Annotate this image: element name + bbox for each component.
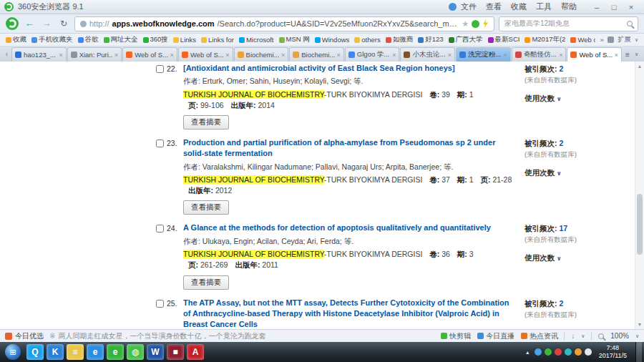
extensions-label[interactable]: 扩展	[618, 35, 631, 44]
browser-tab[interactable]: Glgoo 学...×	[345, 47, 400, 62]
view-abstract-button[interactable]: 查看摘要	[183, 200, 229, 215]
tab-close-icon[interactable]: ×	[281, 52, 285, 59]
result-title-link[interactable]: The ATP Assay, but not the MTT assay, De…	[183, 298, 509, 329]
forward-button[interactable]: →	[40, 17, 53, 30]
qq-icon[interactable]: Q	[26, 344, 44, 360]
download-caret-icon[interactable]: ∨	[581, 333, 585, 339]
result-checkbox[interactable]	[156, 65, 164, 73]
bookmark-item[interactable]: 广西大学	[449, 35, 483, 44]
scrollbar-thumb[interactable]	[637, 194, 643, 255]
menu-view[interactable]: 查看	[486, 1, 502, 12]
bookmark-item[interactable]: Microsoft	[239, 36, 274, 44]
result-title-link[interactable]: [Antioxidant and antimicrobial activity …	[183, 64, 455, 72]
tab-close-icon[interactable]: ×	[559, 52, 562, 59]
menu-tools[interactable]: 工具	[536, 1, 552, 12]
browser-tab[interactable]: hao123_...×	[11, 47, 67, 62]
bookmark-item[interactable]: others	[354, 36, 380, 44]
zoom-level[interactable]: 100%	[610, 332, 629, 340]
lightning-icon[interactable]	[482, 19, 489, 29]
tab-scroll-left-icon[interactable]: ‹	[2, 47, 11, 62]
browser-tab[interactable]: Biochemi...×	[234, 47, 289, 62]
tray-power-icon[interactable]	[585, 348, 592, 356]
menu-help[interactable]: 帮助	[561, 1, 577, 12]
result-checkbox[interactable]	[156, 225, 164, 233]
tab-close-icon[interactable]: ×	[59, 52, 62, 59]
360-browser-icon[interactable]: e	[107, 344, 124, 360]
bookmark-item[interactable]: Links for	[201, 36, 234, 44]
tray-msg-icon[interactable]	[535, 348, 542, 356]
search-input[interactable]	[504, 20, 623, 28]
bookmark-item[interactable]: Web of S	[570, 36, 595, 44]
browser-tab[interactable]: Web of S...×	[122, 47, 177, 62]
zoom-caret-icon[interactable]: ∨	[635, 333, 639, 339]
extensions-icon[interactable]	[608, 36, 614, 43]
times-cited-link[interactable]: 2	[559, 299, 563, 308]
tab-menu-caret-icon[interactable]: ∨	[635, 52, 638, 57]
bookmark-item[interactable]: MSN 网	[279, 35, 310, 44]
bookmark-item[interactable]: M2017年(2	[525, 35, 565, 44]
search-icon[interactable]	[627, 21, 633, 26]
daily-picks-widget[interactable]: 今日优选	[5, 331, 44, 341]
times-cited-link[interactable]: 2	[559, 64, 563, 73]
start-button[interactable]: ⊞	[5, 344, 21, 360]
browser-tab[interactable]: Web of S...×	[567, 47, 622, 62]
search-box[interactable]	[499, 16, 638, 31]
tray-expand-icon[interactable]: ▲	[524, 350, 532, 355]
browser-logo-icon[interactable]	[6, 17, 19, 30]
close-button[interactable]: ×	[623, 3, 640, 11]
times-cited-link[interactable]: 17	[559, 224, 567, 233]
tab-close-icon[interactable]: ×	[170, 52, 174, 59]
tab-list-icon[interactable]: ≡	[625, 51, 630, 59]
tab-close-icon[interactable]: ×	[448, 52, 452, 59]
bookmark-item[interactable]: Links	[173, 36, 196, 44]
view-abstract-button[interactable]: 查看摘要	[183, 115, 229, 129]
tab-close-icon[interactable]: ×	[337, 52, 341, 59]
usage-count-toggle[interactable]: 使用次数 ∨	[525, 253, 632, 263]
bookmark-item[interactable]: 如微商	[386, 35, 414, 44]
browser-tab[interactable]: 小木虫论...×	[400, 47, 455, 62]
notes-icon[interactable]: ≡	[67, 344, 84, 360]
bookmark-item[interactable]: 360搜	[143, 35, 168, 44]
bookmark-item[interactable]: 谷歌	[78, 35, 99, 44]
vertical-scrollbar[interactable]: ▲ ▼	[635, 62, 644, 329]
tab-close-icon[interactable]: ×	[615, 52, 618, 59]
hot-news-button[interactable]: 热点资讯	[521, 331, 558, 341]
usage-count-toggle[interactable]: 使用次数 ∨	[525, 94, 632, 104]
tray-360-ball-icon[interactable]	[545, 348, 552, 356]
tab-close-icon[interactable]: ×	[504, 52, 507, 59]
zoom-icon[interactable]	[598, 333, 604, 339]
news-headline[interactable]: ※ 两人同期走红成女星，一个当导演身价数十亿，一个竟沦为跑龙套	[49, 331, 435, 341]
bookmark-item[interactable]: 网址大全	[104, 35, 138, 44]
extensions-caret-icon[interactable]: ∨	[635, 37, 638, 43]
times-cited-link[interactable]: 2	[559, 139, 563, 147]
scroll-down-icon[interactable]: ▼	[635, 320, 644, 329]
maximize-button[interactable]: □	[605, 3, 623, 11]
usage-count-toggle[interactable]: 使用次数 ∨	[525, 328, 632, 329]
refresh-button[interactable]: ↻	[57, 17, 70, 30]
result-checkbox[interactable]	[156, 140, 164, 147]
bookmark-item[interactable]: 好123	[418, 35, 443, 44]
browser-tab[interactable]: 奇酷怪仿...×	[512, 47, 567, 62]
quick-cut-button[interactable]: 快剪辑	[441, 331, 471, 341]
result-title-link[interactable]: Production and partial purification of a…	[183, 138, 495, 157]
menu-favorites[interactable]: 收藏	[511, 1, 527, 12]
tray-volume-icon[interactable]	[575, 348, 582, 356]
media-player-icon[interactable]: ■	[167, 344, 184, 360]
browser-tab[interactable]: Biochemi...×	[289, 47, 344, 62]
download-icon[interactable]: ↓	[571, 332, 575, 340]
minimize-button[interactable]: –	[588, 3, 605, 11]
bookmark-item[interactable]: 最新SCI	[488, 35, 520, 44]
address-input[interactable]: http:// apps.webofknowledge.com /Search.…	[74, 16, 494, 31]
result-checkbox[interactable]	[156, 300, 164, 308]
kugou-icon[interactable]: K	[47, 344, 64, 360]
ie-browser-icon[interactable]: e	[87, 344, 104, 360]
browser-tab[interactable]: 洗完淀粉...×	[456, 47, 511, 62]
live-today-button[interactable]: 今日直播	[477, 331, 514, 341]
view-abstract-button[interactable]: 查看摘要	[183, 275, 229, 290]
usage-count-toggle[interactable]: 使用次数 ∨	[525, 168, 632, 178]
favorite-star-icon[interactable]: ★	[462, 19, 469, 29]
browser-tab[interactable]: Xian: Puri...×	[67, 47, 122, 62]
menu-file[interactable]: 文件	[461, 1, 477, 12]
taskbar-clock[interactable]: 7:48 2017/11/5	[595, 344, 631, 361]
user-avatar-icon[interactable]	[449, 3, 457, 11]
